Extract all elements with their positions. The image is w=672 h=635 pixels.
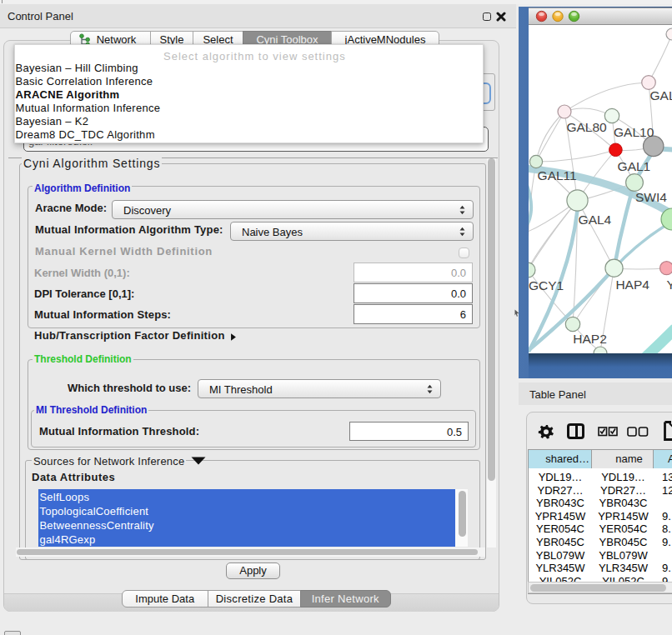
svg-text:HAP2: HAP2 xyxy=(573,332,607,346)
svg-text:Y: Y xyxy=(667,278,672,292)
svg-text:GAL: GAL xyxy=(650,88,672,102)
svg-text:HAP4: HAP4 xyxy=(615,278,649,292)
svg-text:GAL4: GAL4 xyxy=(579,212,612,227)
svg-text:SWI4: SWI4 xyxy=(635,190,667,204)
svg-text:GAL1: GAL1 xyxy=(618,159,651,173)
svg-text:GCY1: GCY1 xyxy=(529,278,564,292)
svg-text:GAL80: GAL80 xyxy=(566,120,607,134)
svg-text:GAL10: GAL10 xyxy=(614,125,654,139)
svg-text:GAL11: GAL11 xyxy=(538,168,577,182)
